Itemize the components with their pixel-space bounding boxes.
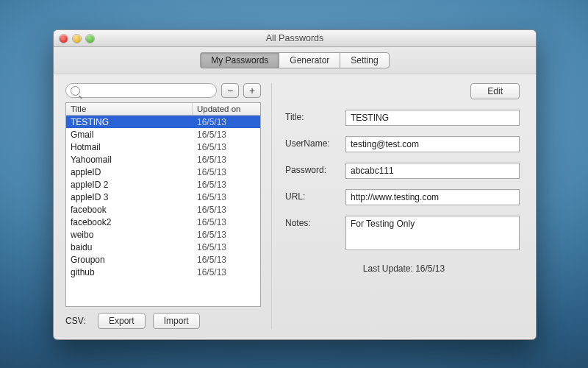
field-title[interactable]: TESTING [345,110,520,126]
app-window: All Passwords My PasswordsGeneratorSetti… [53,29,537,340]
import-button[interactable]: Import [153,313,200,329]
cell-updated: 16/5/13 [193,130,260,140]
cell-updated: 16/5/13 [193,192,260,202]
table-header: Title Updated on [66,103,260,116]
export-button[interactable]: Export [98,313,146,329]
table-row[interactable]: Groupon16/5/13 [66,253,260,266]
cell-title: baidu [66,242,193,252]
close-icon[interactable] [60,35,68,43]
label-title: Title: [285,110,345,122]
password-table: Title Updated on TESTING16/5/13Gmail16/5… [65,102,261,307]
col-title[interactable]: Title [66,103,193,115]
cell-title: Yahoomail [66,155,193,165]
cell-updated: 16/5/13 [193,230,260,240]
cell-title: appleID 2 [66,180,193,190]
label-username: UserName: [285,136,345,149]
cell-updated: 16/5/13 [193,167,260,177]
traffic-lights [60,35,94,43]
cell-title: Gmail [66,130,193,140]
cell-title: appleID 3 [66,192,193,202]
field-username[interactable]: testing@test.com [345,136,520,152]
table-row[interactable]: weibo16/5/13 [66,228,260,241]
edit-button[interactable]: Edit [470,83,520,99]
csv-label: CSV: [65,316,90,326]
cell-updated: 16/5/13 [193,255,260,265]
cell-title: weibo [66,230,193,240]
table-row[interactable]: baidu16/5/13 [66,241,260,253]
table-row[interactable]: Yahoomail16/5/13 [66,153,260,166]
cell-title: Hotmail [66,142,193,152]
tab-my-passwords[interactable]: My Passwords [200,52,279,68]
tab-setting[interactable]: Setting [340,52,389,68]
cell-updated: 16/5/13 [193,217,260,227]
remove-button[interactable]: − [221,83,239,98]
window-title: All Passwords [54,33,536,43]
tab-segmented-control: My PasswordsGeneratorSetting [200,52,389,68]
label-notes: Notes: [285,216,345,228]
search-row: − + [65,83,261,98]
cell-updated: 16/5/13 [193,155,260,165]
table-row[interactable]: Gmail16/5/13 [66,128,260,141]
cell-title: github [66,267,193,277]
table-body: TESTING16/5/13Gmail16/5/13Hotmail16/5/13… [66,116,260,306]
field-url[interactable]: http://www.testing.com [345,189,520,205]
table-row[interactable]: TESTING16/5/13 [66,116,260,128]
search-icon [71,86,80,96]
table-row[interactable]: Hotmail16/5/13 [66,141,260,153]
cell-title: TESTING [66,117,193,127]
last-update: Last Update: 16/5/13 [284,263,524,274]
col-updated[interactable]: Updated on [193,103,260,115]
cell-title: appleID [66,167,193,177]
cell-title: facebook2 [66,217,193,227]
cell-updated: 16/5/13 [193,242,260,252]
search-field[interactable] [65,83,217,98]
table-row[interactable]: appleID 216/5/13 [66,178,260,191]
minimize-icon[interactable] [73,35,81,43]
cell-updated: 16/5/13 [193,142,260,152]
cell-updated: 16/5/13 [193,180,260,190]
titlebar: All Passwords [54,30,536,47]
tab-generator[interactable]: Generator [279,52,340,68]
table-row[interactable]: facebook16/5/13 [66,203,260,216]
csv-row: CSV: Export Import [65,313,261,329]
table-row[interactable]: appleID 316/5/13 [66,191,260,203]
cell-title: facebook [66,205,193,215]
zoom-icon[interactable] [86,35,94,43]
content-body: − + Title Updated on TESTING16/5/13Gmail… [54,74,536,339]
left-pane: − + Title Updated on TESTING16/5/13Gmail… [65,83,272,329]
cell-updated: 16/5/13 [193,117,260,127]
last-update-label: Last Update: [363,263,415,274]
detail-form: Title: TESTING UserName: testing@test.co… [284,107,524,250]
table-row[interactable]: appleID16/5/13 [66,166,260,178]
detail-pane: Edit Title: TESTING UserName: testing@te… [284,83,524,329]
label-url: URL: [285,189,345,202]
last-update-value: 16/5/13 [415,263,445,274]
search-input[interactable] [83,85,212,96]
cell-updated: 16/5/13 [193,267,260,277]
cell-updated: 16/5/13 [193,205,260,215]
edit-row: Edit [284,83,524,99]
cell-title: Groupon [66,255,193,265]
tabs-row: My PasswordsGeneratorSetting [54,47,536,74]
table-row[interactable]: github16/5/13 [66,266,260,278]
add-button[interactable]: + [243,83,261,98]
field-password[interactable]: abcabc111 [345,163,520,179]
label-password: Password: [285,163,345,175]
field-notes[interactable]: For Testing Only [345,216,520,250]
table-row[interactable]: facebook216/5/13 [66,216,260,228]
